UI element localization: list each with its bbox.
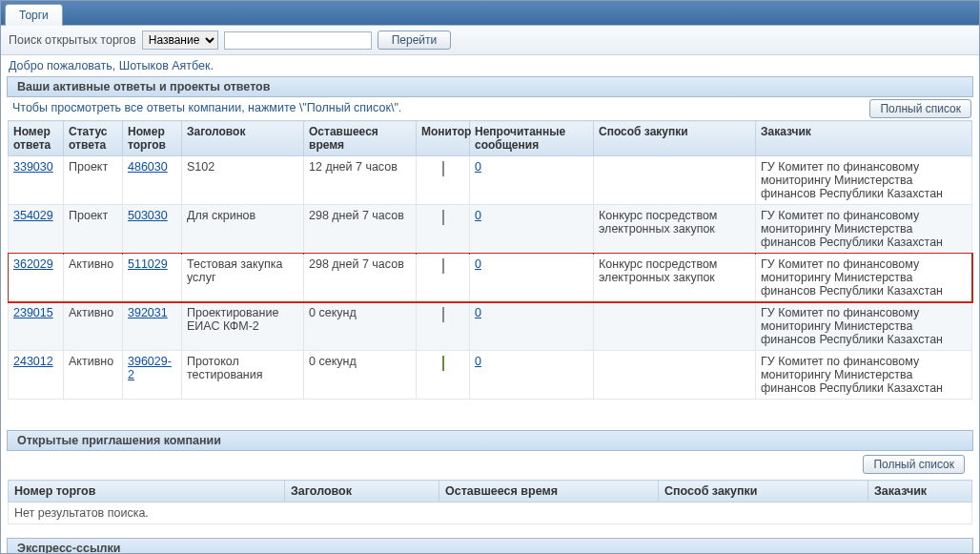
open-invitations-table: Номер торгов Заголовок Оставшееся время …: [8, 480, 972, 524]
search-input[interactable]: [224, 31, 372, 50]
cell-title: Проектирование ЕИАС КФМ-2: [182, 302, 304, 351]
cell-method: Конкурс посредством электронных закупок: [594, 254, 756, 302]
calendar-grid-icon[interactable]: [434, 162, 453, 177]
search-go-button[interactable]: Перейти: [378, 31, 452, 50]
col-method[interactable]: Способ закупки: [659, 481, 868, 503]
tab-torgi[interactable]: Торги: [5, 4, 63, 26]
cell-unread: 0: [470, 302, 594, 351]
calendar-grid-icon[interactable]: [434, 211, 453, 226]
cell-torg-num: 511029: [123, 254, 182, 302]
unread-link[interactable]: 0: [475, 306, 481, 319]
express-links-header: Экспресс-ссылки: [7, 538, 973, 554]
cell-torg-num: 396029-2: [123, 351, 182, 400]
active-responses-hint-row: Чтобы просмотреть все ответы компании, н…: [1, 97, 979, 120]
table-row: 354029Проект503030Для скринов298 дней 7 …: [9, 205, 972, 254]
cell-resp-num: 339030: [9, 156, 64, 205]
cell-resp-num: 362029: [9, 254, 64, 302]
col-torg-num[interactable]: Номер торгов: [123, 121, 182, 156]
cell-customer: ГУ Комитет по финансовому мониторингу Ми…: [756, 156, 972, 205]
active-responses-table: Номер ответа Статус ответа Номер торгов …: [8, 120, 972, 400]
cell-title: Для скринов: [182, 205, 304, 254]
cell-method: [594, 156, 756, 205]
unread-link[interactable]: 0: [475, 209, 481, 222]
response-number-link[interactable]: 362029: [13, 257, 53, 271]
cell-unread: 0: [470, 156, 594, 205]
cell-customer: ГУ Комитет по финансовому мониторингу Ми…: [756, 205, 972, 254]
cell-customer: ГУ Комитет по финансовому мониторингу Ми…: [756, 254, 972, 302]
no-results-row: Нет результатов поиска.: [9, 503, 972, 524]
cell-resp-status: Проект: [64, 205, 123, 254]
table-row: 243012Активно396029-2Протокол тестирован…: [9, 351, 972, 400]
tab-strip: Торги: [1, 1, 979, 26]
torg-number-link[interactable]: 486030: [128, 160, 168, 174]
col-customer[interactable]: Заказчик: [756, 121, 972, 156]
cell-resp-num: 354029: [9, 205, 64, 254]
calendar-grid-icon[interactable]: [434, 357, 453, 372]
unread-link[interactable]: 0: [475, 355, 481, 368]
cell-resp-status: Активно: [64, 351, 123, 400]
col-method[interactable]: Способ закупки: [594, 121, 756, 156]
cell-unread: 0: [470, 351, 594, 400]
cell-monitor: [417, 205, 470, 254]
cell-resp-num: 239015: [9, 302, 64, 351]
col-title[interactable]: Заголовок: [182, 121, 304, 156]
cell-customer: ГУ Комитет по финансовому мониторингу Ми…: [756, 302, 972, 351]
table-row: 239015Активно392031Проектирование ЕИАС К…: [9, 302, 972, 351]
unread-link[interactable]: 0: [475, 257, 481, 271]
cell-resp-status: Активно: [64, 254, 123, 302]
col-resp-status[interactable]: Статус ответа: [64, 121, 123, 156]
cell-title: Тестовая закупка услуг: [182, 254, 304, 302]
table-header-row: Номер торгов Заголовок Оставшееся время …: [9, 481, 972, 503]
cell-time-left: 0 секунд: [304, 351, 417, 400]
calendar-grid-icon[interactable]: [434, 259, 453, 275]
torg-number-link[interactable]: 503030: [128, 209, 168, 222]
torg-number-link[interactable]: 392031: [128, 306, 168, 319]
cell-torg-num: 503030: [123, 205, 182, 254]
torg-number-link[interactable]: 511029: [128, 257, 168, 271]
cell-monitor: [417, 351, 470, 400]
cell-time-left: 0 секунд: [304, 302, 417, 351]
cell-monitor: [417, 254, 470, 302]
col-title[interactable]: Заголовок: [285, 481, 439, 503]
app-frame: Торги Поиск открытых торгов Название Пер…: [0, 0, 980, 554]
cell-title: S102: [182, 156, 304, 205]
col-torg-num[interactable]: Номер торгов: [9, 481, 285, 503]
search-field-select[interactable]: Название: [142, 31, 218, 50]
active-full-list-button[interactable]: Полный список: [869, 99, 971, 118]
col-unread[interactable]: Непрочитанные сообщения: [470, 121, 594, 156]
cell-monitor: [417, 302, 470, 351]
col-customer[interactable]: Заказчик: [868, 481, 972, 503]
cell-time-left: 12 дней 7 часов: [304, 156, 417, 205]
cell-torg-num: 486030: [123, 156, 182, 205]
open-invitations-header: Открытые приглашения компании: [7, 430, 973, 451]
response-number-link[interactable]: 239015: [13, 306, 53, 319]
cell-method: [594, 302, 756, 351]
cell-title: Протокол тестирования: [182, 351, 304, 400]
open-inv-full-list-button[interactable]: Полный список: [863, 455, 965, 474]
calendar-grid-icon[interactable]: [434, 308, 453, 323]
response-number-link[interactable]: 339030: [13, 160, 53, 174]
search-bar: Поиск открытых торгов Название Перейти: [1, 26, 979, 55]
cell-unread: 0: [470, 254, 594, 302]
cell-method: [594, 351, 756, 400]
torg-number-link[interactable]: 396029-2: [128, 355, 172, 381]
response-number-link[interactable]: 243012: [13, 355, 53, 368]
cell-time-left: 298 дней 7 часов: [304, 254, 417, 302]
cell-resp-num: 243012: [9, 351, 64, 400]
welcome-text: Добро пожаловать, Шотыков Аятбек.: [1, 55, 979, 74]
unread-link[interactable]: 0: [475, 160, 481, 174]
col-time-left[interactable]: Оставшееся время: [439, 481, 659, 503]
cell-time-left: 298 дней 7 часов: [304, 205, 417, 254]
table-row: 362029Активно511029Тестовая закупка услу…: [9, 254, 972, 302]
cell-method: Конкурс посредством электронных закупок: [594, 205, 756, 254]
table-header-row: Номер ответа Статус ответа Номер торгов …: [9, 121, 972, 156]
response-number-link[interactable]: 354029: [13, 209, 53, 222]
cell-unread: 0: [470, 205, 594, 254]
cell-torg-num: 392031: [123, 302, 182, 351]
cell-resp-status: Активно: [64, 302, 123, 351]
no-results-text: Нет результатов поиска.: [9, 503, 972, 524]
col-time-left[interactable]: Оставшееся время: [304, 121, 417, 156]
col-monitor[interactable]: Монитор: [417, 121, 470, 156]
col-resp-num[interactable]: Номер ответа: [9, 121, 64, 156]
active-responses-hint: Чтобы просмотреть все ответы компании, н…: [12, 101, 401, 114]
